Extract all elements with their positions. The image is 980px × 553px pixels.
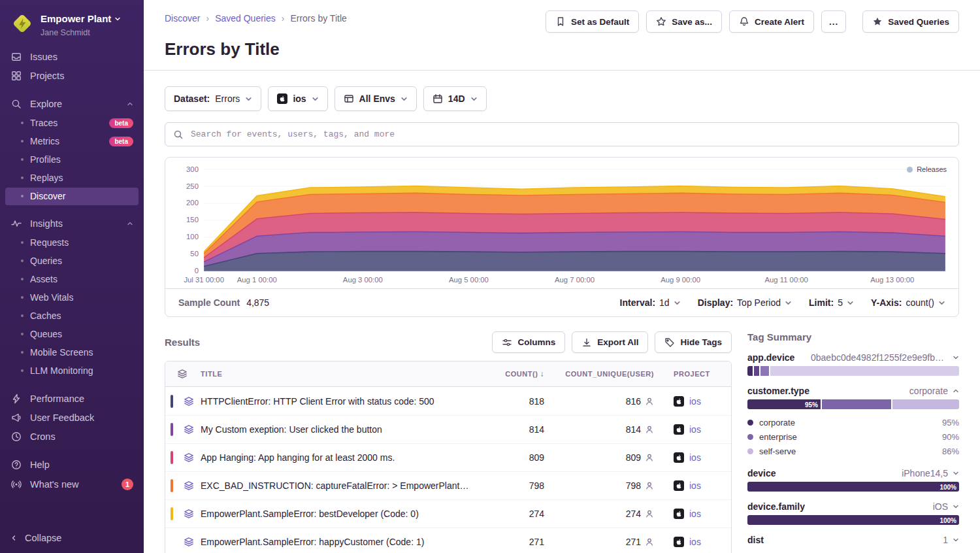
tag-bar-segment[interactable] (754, 366, 759, 376)
stacked-area-chart[interactable]: 050100150200250300Jul 31 00:00Aug 1 00:0… (176, 164, 948, 287)
tag-value-row[interactable]: self-serve86% (747, 444, 959, 458)
tag-header[interactable]: device.familyiOS (747, 501, 959, 512)
sidebar-item-issues[interactable]: Issues (0, 48, 144, 67)
tag-bar-segment[interactable] (892, 399, 959, 409)
row-title[interactable]: EmpowerPlant.SampleError: happyCustomer … (201, 537, 482, 547)
sidebar-item-discover[interactable]: Discover (5, 188, 139, 205)
more-options-button[interactable]: ... (821, 10, 846, 33)
row-project-link[interactable]: ios (659, 509, 731, 519)
secondary-nav: PerformanceUser FeedbackCrons (0, 390, 144, 446)
row-project-link[interactable]: ios (659, 537, 731, 547)
tag-bar-segment[interactable]: 100% (747, 482, 959, 492)
value-color-dot (747, 448, 753, 454)
chart-legend[interactable]: Releases (907, 165, 947, 173)
row-title[interactable]: HTTPClientError: HTTP Client Error with … (201, 396, 482, 407)
column-count[interactable]: COUNT()↓ (482, 369, 549, 378)
tag-header[interactable]: deviceiPhone14,5 (747, 468, 959, 478)
environment-selector[interactable]: All Envs (335, 86, 417, 111)
row-project-link[interactable]: ios (659, 480, 731, 491)
sidebar-item-user-feedback[interactable]: User Feedback (0, 409, 144, 427)
date-range-selector[interactable]: 14D (423, 86, 487, 111)
tag-header[interactable]: app.device0baebc0de4982f1255f2e9e9fb7… (747, 352, 959, 363)
sidebar-item-web-vitals[interactable]: Web Vitals (5, 289, 139, 307)
row-title[interactable]: App Hanging: App hanging for at least 20… (201, 452, 482, 463)
row-unique-count: 271 (626, 537, 641, 547)
row-project-link[interactable]: ios (659, 452, 731, 463)
bullet-dot (21, 176, 24, 179)
table-row[interactable]: HTTPClientError: HTTP Client Error with … (165, 387, 731, 415)
projects-icon (10, 71, 22, 81)
breadcrumb-saved-queries[interactable]: Saved Queries (200, 13, 275, 24)
tag-bar-segment[interactable] (770, 366, 959, 376)
sidebar-item-requests[interactable]: Requests (5, 234, 139, 252)
primary-nav: IssuesProjects (0, 48, 144, 86)
sidebar-item-projects[interactable]: Projects (0, 67, 144, 86)
sidebar-item-crons[interactable]: Crons (0, 427, 144, 446)
row-title[interactable]: My Custom exeption: User clicked the but… (201, 424, 482, 435)
hide-tags-button[interactable]: Hide Tags (655, 331, 732, 353)
column-title[interactable]: TITLE (201, 370, 482, 378)
sidebar-item-queues[interactable]: Queues (5, 326, 139, 343)
interval-selector[interactable]: Interval: 1d (620, 297, 681, 308)
sidebar-item-caches[interactable]: Caches (5, 307, 139, 325)
series-color-chip (171, 395, 173, 408)
tag-header[interactable]: dist1 (747, 535, 959, 545)
tag-header[interactable]: customer.typecorporate (747, 386, 959, 396)
sidebar-item-mobile-screens[interactable]: Mobile Screens (5, 344, 139, 361)
table-row[interactable]: App Hanging: App hanging for at least 20… (165, 443, 731, 471)
tag-bar-segment[interactable]: 95% (747, 399, 821, 409)
row-title[interactable]: EXC_BAD_INSTRUCTION: captureFatalError: … (201, 480, 482, 491)
row-project-link[interactable]: ios (659, 424, 731, 435)
table-row[interactable]: My Custom exeption: User clicked the but… (165, 415, 731, 443)
sidebar-item-performance[interactable]: Performance (0, 390, 144, 409)
sidebar-item-queries[interactable]: Queries (5, 252, 139, 270)
display-selector[interactable]: Display: Top Period (698, 297, 792, 308)
set-as-default-button[interactable]: Set as Default (546, 10, 639, 33)
save-as-button[interactable]: Save as... (646, 10, 722, 33)
tag-bar-segment[interactable] (822, 399, 891, 409)
project-selector[interactable]: ios (268, 86, 327, 111)
columns-button[interactable]: Columns (492, 331, 565, 353)
sidebar-section-explore[interactable]: Explore (0, 95, 144, 114)
table-row[interactable]: EXC_BAD_INSTRUCTION: captureFatalError: … (165, 471, 731, 499)
tag-value-row[interactable]: corporate95% (747, 415, 959, 429)
tag-bar-segment[interactable] (760, 366, 769, 376)
create-alert-button[interactable]: Create Alert (729, 10, 814, 33)
tag-value-row[interactable]: enterprise90% (747, 429, 959, 444)
breadcrumb-discover[interactable]: Discover (165, 13, 200, 24)
svg-text:Jul 31 00:00: Jul 31 00:00 (184, 276, 224, 284)
tag-bar-segment[interactable]: 100% (747, 515, 959, 525)
saved-queries-button[interactable]: Saved Queries (862, 10, 959, 33)
tag-bar-segment[interactable] (747, 366, 753, 376)
sidebar-item-metrics[interactable]: Metricsbeta (5, 133, 139, 150)
org-switcher[interactable]: Empower Plant Jane Schmidt (0, 8, 144, 48)
table-row[interactable]: EmpowerPlant.SampleError: happyCustomer … (165, 528, 731, 553)
column-count-unique[interactable]: COUNT_UNIQUE(USER) (565, 370, 659, 378)
column-project[interactable]: PROJECT (659, 370, 731, 378)
yaxis-selector[interactable]: Y-Axis: count() (871, 297, 945, 308)
sidebar-section-insights[interactable]: Insights (0, 214, 144, 233)
table-row[interactable]: EmpowerPlant.SampleError: bestDeveloper … (165, 499, 731, 528)
dataset-selector[interactable]: Dataset: Errors (165, 86, 261, 111)
environment-icon (344, 93, 354, 104)
sidebar-item-help[interactable]: Help (0, 456, 144, 475)
limit-selector[interactable]: Limit: 5 (809, 297, 854, 308)
sidebar-item-assets[interactable]: Assets (5, 271, 139, 288)
row-title[interactable]: EmpowerPlant.SampleError: bestDeveloper … (201, 509, 482, 519)
sidebar-item-replays[interactable]: Replays (5, 169, 139, 187)
sidebar-collapse-button[interactable]: Collapse (0, 524, 144, 553)
issues-icon (10, 52, 22, 62)
bullet-dot (21, 333, 24, 335)
search-input[interactable] (189, 129, 951, 140)
bullet-dot (21, 278, 24, 280)
row-project-link[interactable]: ios (659, 396, 731, 407)
tag-icon (664, 337, 675, 348)
svg-text:Aug 11 00:00: Aug 11 00:00 (765, 276, 808, 284)
export-all-button[interactable]: Export All (572, 331, 648, 353)
sidebar-item-llm-monitoring[interactable]: LLM Monitoring (5, 362, 139, 380)
sidebar-item-profiles[interactable]: Profiles (5, 151, 139, 169)
breadcrumb: Discover Saved Queries Errors by Title (165, 10, 347, 24)
sidebar-item-traces[interactable]: Tracesbeta (5, 114, 139, 132)
sidebar-item-what-s-new[interactable]: What's new1 (0, 475, 144, 495)
tag-summary-heading: Tag Summary (747, 331, 811, 343)
